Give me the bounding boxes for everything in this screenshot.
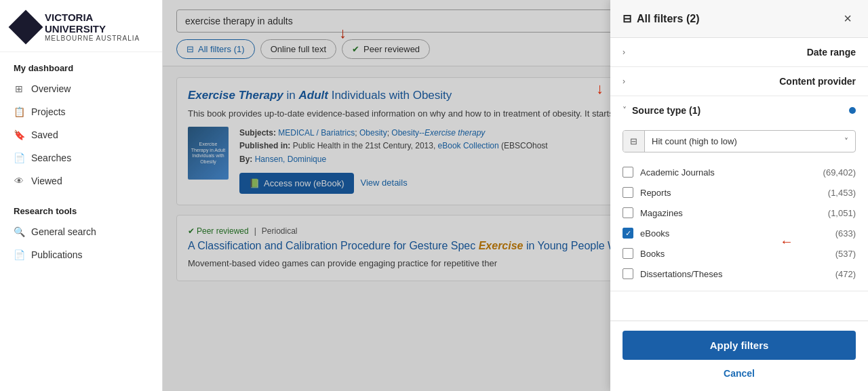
filter-section-header-content-provider[interactable]: › Content provider xyxy=(610,67,868,96)
option-count: (1,051) xyxy=(828,208,856,218)
searches-icon: 📄 xyxy=(14,152,24,163)
chevron-right-icon: › xyxy=(623,77,625,86)
sidebar-item-label: Saved xyxy=(31,129,58,140)
option-label: Books xyxy=(640,249,665,259)
sort-dropdown[interactable]: ⊟ Hit count (high to low)Alphabetical (A… xyxy=(623,130,856,152)
university-subtitle: MELBOURNE AUSTRALIA xyxy=(45,35,140,42)
chevron-down-icon: ˅ xyxy=(623,106,627,115)
filter-option-left: Academic Journals xyxy=(623,167,715,178)
search-icon: 🔍 xyxy=(14,226,24,237)
filter-option-left: Dissertations/Theses xyxy=(623,268,722,279)
sidebar-item-label: Viewed xyxy=(31,176,62,186)
saved-icon: 🔖 xyxy=(14,129,24,140)
filter-section-date-range: › Date range xyxy=(610,38,868,67)
filter-option-left: Magazines xyxy=(623,207,683,218)
option-label: eBooks xyxy=(640,228,669,239)
main-content: ⊟ All filters (1) Online full text ✔ Pee… xyxy=(163,0,868,391)
sidebar-logo: VICTORIAUNIVERSITY MELBOURNE AUSTRALIA xyxy=(0,0,162,52)
overview-icon: ⊞ xyxy=(14,83,24,94)
ebooks-checkbox[interactable] xyxy=(623,228,633,239)
option-count: (69,402) xyxy=(823,167,856,178)
filter-section-header-source-type[interactable]: ˅ Source type (1) xyxy=(610,96,868,125)
filter-option-left: Reports xyxy=(623,187,671,198)
filter-section-source-type: ˅ Source type (1) ⊟ Hit count (high to l… xyxy=(610,96,868,291)
option-label: Reports xyxy=(640,188,671,198)
option-count: (537) xyxy=(835,249,856,259)
option-count: (1,453) xyxy=(828,188,856,198)
publications-icon: 📄 xyxy=(14,249,24,260)
sidebar-item-label: Overview xyxy=(31,83,71,94)
filter-section-content-provider: › Content provider xyxy=(610,67,868,96)
filter-option-row: Magazines (1,051) xyxy=(610,203,868,223)
option-label: Magazines xyxy=(640,208,683,218)
sidebar-item-overview[interactable]: ⊞ Overview xyxy=(0,77,162,100)
filter-body: › Date range › Content provider ˅ Source… xyxy=(610,38,868,321)
filter-section-active: ˅ Source type (1) xyxy=(623,105,701,116)
sidebar-item-label: Publications xyxy=(31,249,83,260)
research-tools-title: Research tools xyxy=(0,195,162,220)
filter-options-list: Academic Journals (69,402) Reports (1,45… xyxy=(610,158,868,291)
sidebar: VICTORIAUNIVERSITY MELBOURNE AUSTRALIA M… xyxy=(0,0,163,391)
filter-panel: ⊟ All filters (2) × › Date range › Conte… xyxy=(610,0,868,391)
active-filter-dot xyxy=(849,107,856,114)
sidebar-item-projects[interactable]: 📋 Projects xyxy=(0,100,162,123)
filter-section-header-date-range[interactable]: › Date range xyxy=(610,38,868,66)
filter-option-left: Books xyxy=(623,248,665,259)
magazines-checkbox[interactable] xyxy=(623,207,633,218)
sidebar-item-publications[interactable]: 📄 Publications xyxy=(0,243,162,266)
cancel-button[interactable]: Cancel xyxy=(623,365,856,382)
sidebar-item-saved[interactable]: 🔖 Saved xyxy=(0,123,162,146)
logo-text: VICTORIAUNIVERSITY MELBOURNE AUSTRALIA xyxy=(45,12,140,42)
option-count: (472) xyxy=(835,269,856,279)
dropdown-arrow-icon: ˅ xyxy=(837,131,855,152)
option-label: Dissertations/Theses xyxy=(640,269,722,279)
sidebar-item-label: Projects xyxy=(31,106,66,117)
sidebar-item-label: Searches xyxy=(31,152,71,163)
projects-icon: 📋 xyxy=(14,106,24,117)
chevron-right-icon: › xyxy=(623,47,625,57)
university-name: VICTORIAUNIVERSITY xyxy=(45,12,140,35)
filter-option-left: eBooks xyxy=(623,228,669,239)
option-count: (633) xyxy=(835,228,856,239)
filter-footer: Apply filters Cancel xyxy=(610,321,868,391)
filter-option-row: eBooks (633) xyxy=(610,223,868,243)
dissertations-checkbox[interactable] xyxy=(623,268,633,279)
viewed-icon: 👁 xyxy=(14,176,24,186)
filter-close-button[interactable]: × xyxy=(840,9,856,28)
filter-panel-title: ⊟ All filters (2) xyxy=(623,12,699,25)
sort-select[interactable]: Hit count (high to low)Alphabetical (A-Z… xyxy=(645,131,837,152)
apply-filters-button[interactable]: Apply filters xyxy=(623,331,856,360)
filter-icon: ⊟ xyxy=(623,12,631,25)
books-checkbox[interactable] xyxy=(623,248,633,259)
filter-panel-header: ⊟ All filters (2) × xyxy=(610,0,868,38)
sidebar-item-viewed[interactable]: 👁 Viewed xyxy=(0,169,162,192)
filter-option-row: Reports (1,453) xyxy=(610,182,868,203)
logo-diamond xyxy=(9,10,43,45)
filter-option-row: Dissertations/Theses (472) xyxy=(610,264,868,284)
sidebar-item-general-search[interactable]: 🔍 General search xyxy=(0,220,162,243)
sort-icon: ⊟ xyxy=(623,131,645,152)
sidebar-item-searches[interactable]: 📄 Searches xyxy=(0,146,162,169)
option-label: Academic Journals xyxy=(640,167,715,178)
sidebar-item-label: General search xyxy=(31,226,96,237)
academic-journals-checkbox[interactable] xyxy=(623,167,633,178)
filter-option-row: Academic Journals (69,402) xyxy=(610,162,868,182)
dashboard-title: My dashboard xyxy=(0,52,162,77)
filter-option-row: Books (537) xyxy=(610,243,868,264)
reports-checkbox[interactable] xyxy=(623,187,633,198)
